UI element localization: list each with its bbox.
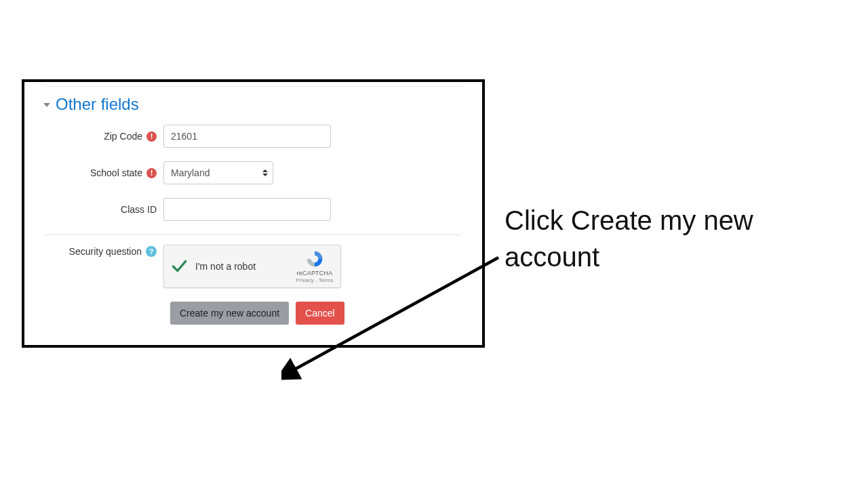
label-zip-code: Zip Code [45,131,163,142]
create-account-button[interactable]: Create my new account [170,302,289,325]
recaptcha-brand: reCAPTCHA Privacy - Terms [294,249,335,283]
label-text-security: Security question [69,246,142,257]
recaptcha-links[interactable]: Privacy - Terms [294,277,335,284]
checkmark-icon [170,257,189,276]
required-icon [330,345,340,348]
label-school-state: School state [45,167,163,178]
required-fields-note: There are required fields in this form m… [24,344,482,348]
button-row: Create my new account Cancel [170,302,462,325]
label-security-question: Security question [45,245,163,257]
row-security-question: Security question I'm not a robot [45,245,462,288]
recaptcha-name: reCAPTCHA [294,270,335,277]
label-text-zip: Zip Code [104,131,142,142]
instruction-callout: Click Create my new account [505,202,830,275]
school-state-select[interactable]: Maryland [163,161,273,184]
recaptcha-logo-icon [305,249,324,268]
recaptcha-text: I'm not a robot [195,261,294,272]
divider [45,235,462,235]
section-title-text: Other fields [56,95,139,114]
help-icon[interactable] [146,246,157,257]
class-id-input[interactable] [163,198,331,221]
label-class-id: Class ID [45,204,163,215]
footer-text-before: There are required fields in this form m… [140,344,330,348]
divider [45,86,462,87]
caret-down-icon [43,103,50,107]
label-text-class: Class ID [121,204,157,215]
recaptcha-widget[interactable]: I'm not a robot reCAPTCHA Privacy - Term… [163,245,341,288]
section-other-fields[interactable]: Other fields [43,95,482,114]
label-text-state: School state [90,167,142,178]
row-school-state: School state Maryland [45,161,462,184]
required-icon [146,168,157,178]
cancel-button[interactable]: Cancel [296,302,344,325]
instruction-line-1: Click Create my new [505,202,830,239]
required-icon [146,131,157,142]
instruction-line-2: account [505,239,830,275]
row-zip-code: Zip Code [45,125,462,148]
footer-text-after: . [343,344,346,348]
zip-code-input[interactable] [163,125,331,148]
row-class-id: Class ID [45,198,462,221]
screenshot-frame: Other fields Zip Code School state Maryl… [22,79,485,348]
